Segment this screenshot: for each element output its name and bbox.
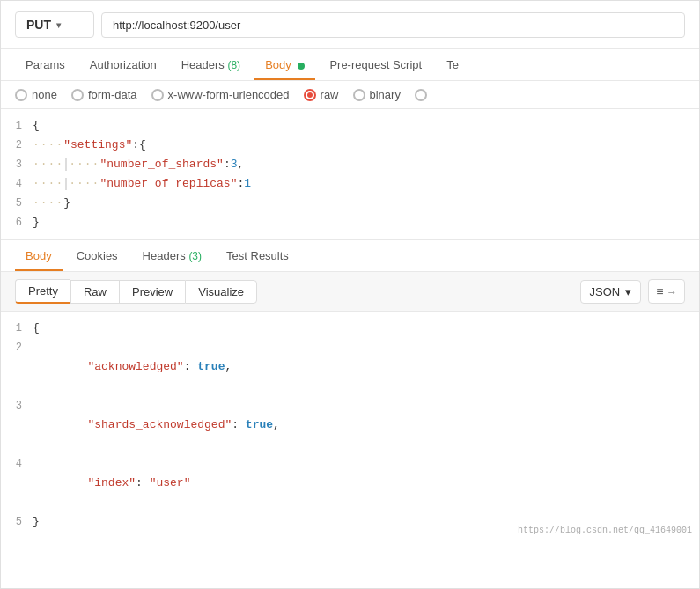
method-label: PUT <box>26 18 51 32</box>
tab-response-body[interactable]: Body <box>15 240 63 271</box>
view-toolbar: Pretty Raw Preview Visualize JSON ▾ ≡ → <box>1 272 699 312</box>
tab-response-test-results[interactable]: Test Results <box>216 240 299 271</box>
radio-circle-graphql <box>415 89 427 101</box>
code-line-5: 5 ····} <box>1 194 699 213</box>
code-line-6: 6 } <box>1 213 699 232</box>
radio-graphql[interactable] <box>415 89 427 101</box>
format-select[interactable]: JSON ▾ <box>580 280 642 304</box>
request-tabs: Params Authorization Headers (8) Body Pr… <box>1 49 699 81</box>
resp-line-2: 2 "acknowledged": true, <box>1 338 699 396</box>
code-line-4: 4 ········"number_of_replicas":1 <box>1 174 699 194</box>
app-container: PUT ▾ Params Authorization Headers (8) B… <box>0 0 700 589</box>
resp-line-1: 1 { <box>1 319 699 338</box>
radio-binary[interactable]: binary <box>353 88 401 101</box>
view-btn-preview[interactable]: Preview <box>119 280 185 304</box>
radio-none[interactable]: none <box>15 88 57 101</box>
wrap-icon: ≡ <box>656 284 663 298</box>
body-active-dot <box>298 63 305 70</box>
format-chevron-icon: ▾ <box>625 285 631 298</box>
format-label: JSON <box>590 285 621 298</box>
tab-tests[interactable]: Te <box>436 49 469 80</box>
radio-circle-form-data <box>71 89 84 101</box>
url-bar: PUT ▾ <box>1 1 699 49</box>
tab-pre-request[interactable]: Pre-request Script <box>319 49 432 80</box>
response-tabs: Body Cookies Headers (3) Test Results <box>1 240 699 272</box>
method-select[interactable]: PUT ▾ <box>15 11 94 38</box>
request-body-editor[interactable]: 1 { 2 ····"settings":{ 3 ········"number… <box>1 109 699 240</box>
chevron-down-icon: ▾ <box>56 20 61 30</box>
code-line-2: 2 ····"settings":{ <box>1 136 699 155</box>
radio-circle-x-www <box>151 89 164 101</box>
radio-raw[interactable]: raw <box>304 88 339 101</box>
view-btn-visualize[interactable]: Visualize <box>185 280 257 304</box>
tab-body[interactable]: Body <box>254 49 315 80</box>
radio-x-www-form-urlencoded[interactable]: x-www-form-urlencoded <box>151 88 290 101</box>
response-body-code: 1 { 2 "acknowledged": true, 3 "shards_ac… <box>1 312 699 539</box>
code-line-1: 1 { <box>1 116 699 136</box>
tab-params[interactable]: Params <box>15 49 76 80</box>
watermark: https://blog.csdn.net/qq_41649001 <box>518 526 692 535</box>
url-input[interactable] <box>101 12 685 38</box>
tab-response-headers[interactable]: Headers (3) <box>132 240 212 271</box>
radio-form-data[interactable]: form-data <box>71 88 137 101</box>
view-btn-raw[interactable]: Raw <box>70 280 119 304</box>
radio-circle-none <box>15 89 27 101</box>
code-line-3: 3 ········"number_of_shards":3, <box>1 155 699 174</box>
tab-headers[interactable]: Headers (8) <box>171 49 251 80</box>
headers-badge: (8) <box>227 59 240 71</box>
wrap-button[interactable]: ≡ → <box>648 279 685 304</box>
resp-line-4: 4 "index": "user" <box>1 454 699 512</box>
body-type-row: none form-data x-www-form-urlencoded raw… <box>1 81 699 109</box>
wrap-arrow-icon: → <box>667 286 677 298</box>
tab-authorization[interactable]: Authorization <box>79 49 167 80</box>
radio-circle-raw <box>304 89 316 101</box>
response-headers-badge: (3) <box>188 250 202 262</box>
view-btn-pretty[interactable]: Pretty <box>15 279 70 304</box>
tab-response-cookies[interactable]: Cookies <box>66 240 129 271</box>
radio-circle-binary <box>353 89 365 101</box>
resp-line-3: 3 "shards_acknowledged": true, <box>1 396 699 454</box>
